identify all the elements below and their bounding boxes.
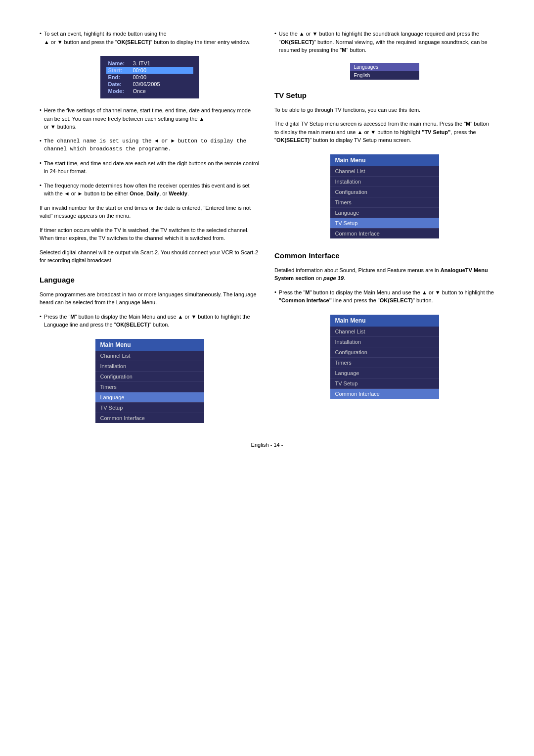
timer-label-mode: Mode: xyxy=(106,88,131,94)
left-column: • To set an event, highlight its mode bu… xyxy=(40,30,260,427)
language-menu-item-tv-setup: TV Setup xyxy=(95,403,204,413)
tv-setup-menu-header: Main Menu xyxy=(330,154,439,166)
language-menu-item-channel-list: Channel List xyxy=(95,351,204,361)
language-menu-item-configuration: Configuration xyxy=(95,372,204,382)
bullet-common-interface: • Press the "M" button to display the Ma… xyxy=(274,288,494,305)
language-menu-item-common-interface: Common Interface xyxy=(95,413,204,423)
common-interface-menu-item-common-interface: Common Interface xyxy=(330,389,439,399)
timer-label-end: End: xyxy=(106,74,131,81)
languages-menu-header: Languages xyxy=(350,63,419,71)
timer-value-date: 03/06/2005 xyxy=(131,81,193,88)
right-column: • Use the ▲ or ▼ button to highlight the… xyxy=(274,30,494,427)
language-para1: Some programmes are broadcast in two or … xyxy=(40,290,260,307)
tv-setup-menu-item-configuration: Configuration xyxy=(330,187,439,197)
para-timer-action: If timer action occurs while the TV is w… xyxy=(40,226,260,242)
tv-setup-menu-item-language: Language xyxy=(330,208,439,218)
timer-row-name: Name: 3. ITV1 xyxy=(106,60,193,67)
timer-row-start: Start: 00:00 xyxy=(106,67,193,74)
timer-label-start: Start: xyxy=(106,67,131,74)
tv-setup-menu-item-installation: Installation xyxy=(330,177,439,187)
common-interface-main-menu: Main Menu Channel List Installation Conf… xyxy=(330,315,439,399)
bullet-language-m: • Press the "M" button to display the Ma… xyxy=(40,313,260,329)
language-menu-item-installation: Installation xyxy=(95,361,204,372)
tv-setup-para2: The digital TV Setup menu screen is acce… xyxy=(274,120,494,144)
tv-setup-main-menu: Main Menu Channel List Installation Conf… xyxy=(330,154,439,238)
timer-value-mode: Once xyxy=(131,88,193,94)
timer-value-name: 3. ITV1 xyxy=(131,60,193,67)
languages-menu-item-english: English xyxy=(350,71,419,80)
language-menu-item-timers: Timers xyxy=(95,382,204,392)
tv-setup-menu-item-timers: Timers xyxy=(330,197,439,208)
para-scart: Selected digital channel will be output … xyxy=(40,248,260,265)
bullet-start-time: • The start time, end time and date are … xyxy=(40,159,260,176)
common-interface-menu-item-configuration: Configuration xyxy=(330,347,439,358)
language-menu-header: Main Menu xyxy=(95,339,204,351)
common-interface-title: Common Interface xyxy=(274,251,494,260)
bullet-channel-name: • The channel name is set using the ◄ or… xyxy=(40,137,260,153)
common-interface-menu-item-timers: Timers xyxy=(330,358,439,368)
footer: English - 14 - xyxy=(40,442,494,448)
bullet-frequency: • The frequency mode determines how ofte… xyxy=(40,182,260,198)
languages-mini-menu: Languages English xyxy=(350,63,419,80)
language-main-menu: Main Menu Channel List Installation Conf… xyxy=(95,339,204,423)
tv-setup-menu-item-channel-list: Channel List xyxy=(330,166,439,177)
timer-row-date: Date: 03/06/2005 xyxy=(106,81,193,88)
timer-label-name: Name: xyxy=(106,60,131,67)
timer-row-end: End: 00:00 xyxy=(106,74,193,81)
common-interface-menu-item-installation: Installation xyxy=(330,337,439,347)
common-interface-menu-item-channel-list: Channel List xyxy=(330,327,439,337)
tv-setup-menu-item-common-interface: Common Interface xyxy=(330,229,439,238)
timer-row-mode: Mode: Once xyxy=(106,88,193,94)
common-interface-menu-header: Main Menu xyxy=(330,315,439,327)
bullet-set-event: • To set an event, highlight its mode bu… xyxy=(40,30,260,46)
language-menu-item-language: Language xyxy=(95,392,204,403)
para-invalid: If an invalid number for the start or en… xyxy=(40,204,260,220)
common-interface-para1: Detailed information about Sound, Pictur… xyxy=(274,266,494,283)
bullet-five-settings: • Here the five settings of channel name… xyxy=(40,106,260,131)
timer-table: Name: 3. ITV1 Start: 00:00 End: 00:00 Da… xyxy=(100,56,199,98)
language-section-title: Language xyxy=(40,276,260,284)
bullet-soundtrack: • Use the ▲ or ▼ button to highlight the… xyxy=(274,30,494,54)
timer-label-date: Date: xyxy=(106,81,131,88)
common-interface-menu-item-tv-setup: TV Setup xyxy=(330,378,439,389)
tv-setup-title: TV Setup xyxy=(274,91,494,99)
timer-value-end: 00:00 xyxy=(131,74,193,81)
timer-value-start: 00:00 xyxy=(131,67,193,74)
tv-setup-para1: To be able to go through TV functions, y… xyxy=(274,106,494,114)
tv-setup-menu-item-tv-setup: TV Setup xyxy=(330,218,439,229)
page-content: • To set an event, highlight its mode bu… xyxy=(40,30,494,427)
common-interface-menu-item-language: Language xyxy=(330,368,439,378)
footer-text: English - 14 - xyxy=(251,442,283,448)
